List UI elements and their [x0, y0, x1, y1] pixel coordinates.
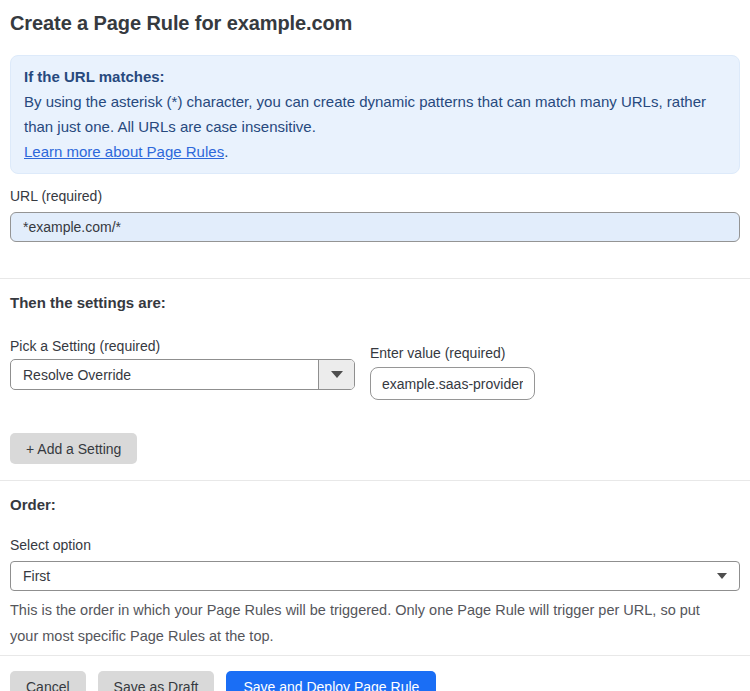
- setting-select[interactable]: Resolve Override: [10, 359, 355, 390]
- order-help-text: This is the order in which your Page Rul…: [10, 597, 732, 649]
- save-as-draft-button[interactable]: Save as Draft: [98, 671, 215, 691]
- order-section-heading: Order:: [10, 496, 740, 513]
- setting-value-label: Enter value (required): [370, 345, 535, 361]
- setting-select-value: Resolve Override: [11, 367, 131, 383]
- order-select-label: Select option: [10, 537, 740, 553]
- settings-section-heading: Then the settings are:: [10, 294, 740, 311]
- url-match-info-box: If the URL matches: By using the asteris…: [10, 55, 740, 174]
- section-divider: [0, 480, 750, 481]
- cancel-button[interactable]: Cancel: [10, 671, 86, 691]
- page-rule-form: Create a Page Rule for example.com If th…: [0, 0, 750, 691]
- page-title: Create a Page Rule for example.com: [10, 12, 740, 35]
- section-divider: [0, 278, 750, 279]
- add-setting-button[interactable]: + Add a Setting: [10, 433, 137, 464]
- order-select-value: First: [23, 568, 50, 584]
- setting-select-label: Pick a Setting (required): [10, 338, 355, 354]
- info-box-heading: If the URL matches:: [24, 64, 726, 89]
- caret-down-icon: [331, 371, 343, 378]
- save-and-deploy-button[interactable]: Save and Deploy Page Rule: [226, 671, 436, 691]
- setting-select-column: Pick a Setting (required) Resolve Overri…: [10, 338, 355, 390]
- url-input[interactable]: [10, 212, 740, 242]
- learn-more-page-rules-link[interactable]: Learn more about Page Rules: [24, 143, 224, 160]
- setting-select-arrow-button[interactable]: [318, 360, 354, 389]
- setting-value-column: Enter value (required): [370, 345, 535, 400]
- setting-row: Pick a Setting (required) Resolve Overri…: [10, 338, 740, 400]
- caret-down-icon: [717, 573, 727, 579]
- setting-value-input[interactable]: [370, 367, 535, 400]
- footer-divider: [0, 655, 750, 656]
- info-box-body: By using the asterisk (*) character, you…: [24, 93, 706, 135]
- url-field-label: URL (required): [10, 188, 740, 204]
- footer-actions: Cancel Save as Draft Save and Deploy Pag…: [10, 671, 740, 691]
- order-select[interactable]: First: [10, 561, 740, 591]
- link-suffix: .: [224, 143, 228, 160]
